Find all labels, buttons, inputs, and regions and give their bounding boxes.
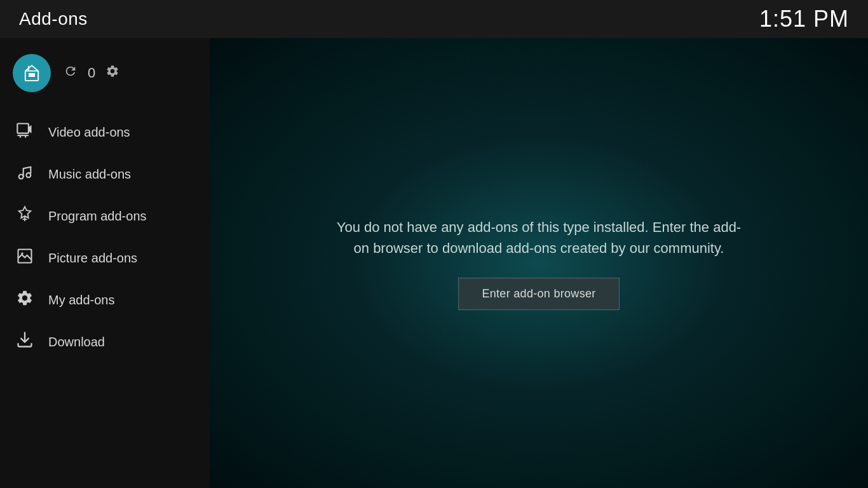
sidebar-item-video-addons[interactable]: Video add-ons: [0, 111, 210, 153]
addon-icon-button[interactable]: [13, 54, 51, 92]
picture-icon: [15, 247, 34, 269]
sidebar-item-label-picture: Picture add-ons: [48, 251, 137, 266]
sidebar-item-music-addons[interactable]: Music add-ons: [0, 153, 210, 195]
svg-rect-2: [29, 73, 35, 77]
content-area: You do not have any add-ons of this type…: [210, 38, 868, 488]
clock: 1:51 PM: [759, 6, 849, 32]
update-count: 0: [88, 65, 95, 81]
sidebar-item-label-video: Video add-ons: [48, 125, 130, 140]
svg-rect-3: [17, 124, 29, 133]
sidebar-item-download[interactable]: Download: [0, 321, 210, 363]
box-icon: [21, 62, 43, 84]
sidebar-item-program-addons[interactable]: Program add-ons: [0, 195, 210, 237]
sidebar-item-label-music: Music add-ons: [48, 167, 131, 182]
program-icon: [15, 205, 34, 227]
empty-state-text: You do not have any add-ons of this type…: [329, 217, 749, 259]
video-icon: [15, 121, 34, 143]
sidebar-item-label-download: Download: [48, 335, 105, 349]
nav-items: Video add-ons Music add-ons: [0, 105, 210, 363]
title-bar: Add-ons 1:51 PM: [0, 0, 868, 38]
download-icon: [15, 331, 34, 353]
header-controls: 0: [64, 64, 119, 82]
sidebar-item-picture-addons[interactable]: Picture add-ons: [0, 237, 210, 279]
sidebar-header: 0: [0, 38, 210, 105]
sidebar-item-my-addons[interactable]: My add-ons: [0, 279, 210, 321]
sidebar-item-label-my-addons: My add-ons: [48, 293, 115, 308]
music-icon: [15, 163, 34, 185]
settings-icon[interactable]: [105, 64, 119, 82]
my-addons-icon: [15, 289, 34, 311]
app-title: Add-ons: [19, 9, 88, 29]
main-layout: 0: [0, 38, 868, 488]
refresh-icon[interactable]: [64, 64, 78, 82]
empty-state-message: You do not have any add-ons of this type…: [316, 204, 761, 323]
sidebar: 0: [0, 38, 210, 488]
enter-browser-button[interactable]: Enter add-on browser: [458, 278, 619, 310]
sidebar-item-label-program: Program add-ons: [48, 209, 147, 224]
